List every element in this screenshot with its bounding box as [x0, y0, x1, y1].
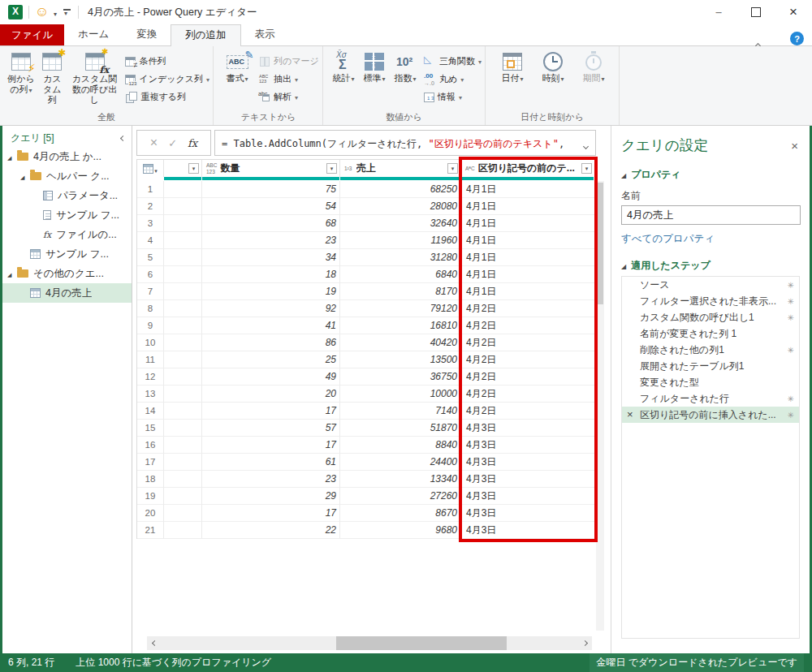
close-pane-icon[interactable] — [791, 139, 798, 153]
table-row[interactable]: 19 29 27260 4月3日 — [137, 488, 595, 505]
cell-text-before-delimiter[interactable]: 4月3日 — [461, 471, 595, 488]
column-header[interactable] — [164, 160, 202, 177]
cell-blank[interactable] — [164, 420, 202, 437]
cell-blank[interactable] — [164, 403, 202, 420]
applied-step[interactable]: カスタム関数の呼び出し1 — [622, 309, 799, 325]
cell-sales[interactable]: 27260 — [340, 488, 461, 505]
cell-text-before-delimiter[interactable]: 4月2日 — [461, 300, 595, 317]
tab-view[interactable]: 表示 — [241, 24, 289, 45]
scroll-right-icon[interactable] — [577, 641, 592, 645]
table-row[interactable]: 17 61 24400 4月3日 — [137, 454, 595, 471]
column-header[interactable]: ABC 123 数量 — [202, 160, 340, 177]
table-row[interactable]: 5 34 31280 4月1日 — [137, 249, 595, 266]
cell-blank[interactable] — [164, 437, 202, 454]
table-row[interactable]: 21 22 9680 4月3日 — [137, 522, 595, 539]
filter-icon[interactable] — [447, 163, 458, 174]
cell-text-before-delimiter[interactable]: 4月3日 — [461, 522, 595, 539]
row-number[interactable]: 15 — [137, 420, 164, 437]
cell-blank[interactable] — [164, 522, 202, 539]
cell-sales[interactable]: 24400 — [340, 454, 461, 471]
table-row[interactable]: 3 68 32640 4月1日 — [137, 215, 595, 232]
formula-expand-icon[interactable] — [584, 140, 588, 151]
all-properties-link[interactable]: すべてのプロパティ — [621, 232, 800, 246]
filter-icon[interactable] — [188, 163, 199, 174]
query-item[interactable]: ファイルの... — [2, 225, 132, 244]
parse-button[interactable]: 解析 — [258, 88, 319, 106]
query-item[interactable]: その他のクエ... — [2, 264, 132, 283]
cell-blank[interactable] — [164, 300, 202, 317]
maximize-button[interactable] — [737, 0, 775, 24]
table-row[interactable]: 8 92 79120 4月2日 — [137, 300, 595, 317]
query-item[interactable]: 4月の売上 か... — [2, 147, 132, 166]
row-number[interactable]: 12 — [137, 368, 164, 386]
cell-blank[interactable] — [164, 471, 202, 488]
table-row[interactable]: 2 54 28080 4月1日 — [137, 198, 595, 215]
table-select-all-button[interactable] — [137, 160, 164, 177]
row-number[interactable]: 7 — [137, 283, 164, 300]
applied-step[interactable]: 変更された型 — [622, 374, 799, 390]
cell-sales[interactable]: 6840 — [340, 266, 461, 283]
cell-quantity[interactable]: 61 — [202, 454, 340, 471]
row-number[interactable]: 6 — [137, 266, 164, 283]
horizontal-scrollbar-track[interactable] — [162, 636, 577, 650]
cell-quantity[interactable]: 34 — [202, 249, 340, 266]
cell-sales[interactable]: 8840 — [340, 437, 461, 454]
row-number[interactable]: 11 — [137, 351, 164, 368]
cell-quantity[interactable]: 41 — [202, 317, 340, 334]
help-icon[interactable]: ? — [790, 32, 804, 45]
cell-sales[interactable]: 40420 — [340, 334, 461, 351]
cell-sales[interactable]: 36750 — [340, 368, 461, 386]
cell-sales[interactable]: 32640 — [340, 215, 461, 232]
row-number[interactable]: 5 — [137, 249, 164, 266]
horizontal-scrollbar[interactable] — [147, 636, 592, 650]
row-number[interactable]: 18 — [137, 471, 164, 488]
table-row[interactable]: 12 49 36750 4月2日 — [137, 368, 595, 386]
expand-arrow-icon[interactable] — [7, 151, 17, 162]
column-header[interactable]: AᴮC 区切り記号の前のテ... — [461, 160, 595, 177]
cell-blank[interactable] — [164, 198, 202, 215]
cell-quantity[interactable]: 17 — [202, 403, 340, 420]
cell-quantity[interactable]: 22 — [202, 522, 340, 539]
format-button[interactable]: 書式 — [219, 49, 255, 84]
tab-home[interactable]: ホーム — [64, 24, 123, 45]
filter-icon[interactable] — [326, 163, 337, 174]
properties-section-header[interactable]: プロパティ — [621, 168, 800, 182]
query-item[interactable]: ヘルパー ク... — [2, 166, 132, 186]
cell-blank[interactable] — [164, 215, 202, 232]
cell-quantity[interactable]: 18 — [202, 266, 340, 283]
applied-step[interactable]: フィルターされた行 — [622, 390, 799, 407]
custom-column-button[interactable]: カスタム列 — [37, 49, 67, 106]
query-name-input[interactable] — [621, 205, 801, 225]
row-number[interactable]: 4 — [137, 232, 164, 249]
query-item[interactable]: サンプル フ... — [2, 205, 132, 225]
time-button[interactable]: 時刻 — [536, 49, 570, 84]
table-row[interactable]: 18 23 13340 4月3日 — [137, 471, 595, 488]
fx-icon[interactable]: fx — [188, 137, 197, 149]
row-number[interactable]: 17 — [137, 454, 164, 471]
row-number[interactable]: 3 — [137, 215, 164, 232]
scientific-button[interactable]: 指数 — [390, 49, 421, 84]
applied-step[interactable]: 名前が変更された列 1 — [622, 325, 799, 342]
cell-text-before-delimiter[interactable]: 4月3日 — [461, 505, 595, 522]
column-header[interactable]: 1²3 売上 — [340, 160, 461, 177]
information-button[interactable]: 情報 — [424, 88, 482, 106]
vertical-scrollbar[interactable] — [596, 181, 604, 631]
cell-quantity[interactable]: 25 — [202, 351, 340, 368]
cell-quantity[interactable]: 49 — [202, 368, 340, 386]
status-profiling-info[interactable]: 上位 1000 行に基づく列のプロファイリング — [76, 656, 271, 670]
vertical-scrollbar-thumb[interactable] — [597, 183, 603, 304]
commit-icon[interactable] — [168, 137, 177, 149]
cell-text-before-delimiter[interactable]: 4月1日 — [461, 249, 595, 266]
cell-sales[interactable]: 8670 — [340, 505, 461, 522]
standard-button[interactable]: 標準 — [359, 49, 390, 84]
tab-transform[interactable]: 変換 — [123, 24, 171, 45]
query-item[interactable]: パラメータ... — [2, 186, 132, 205]
cell-text-before-delimiter[interactable]: 4月2日 — [461, 368, 595, 386]
row-number[interactable]: 16 — [137, 437, 164, 454]
cell-text-before-delimiter[interactable]: 4月3日 — [461, 454, 595, 471]
index-column-button[interactable]: インデックス列 — [125, 70, 209, 88]
applied-step[interactable]: 展開されたテーブル列1 — [622, 358, 799, 374]
tab-add-column[interactable]: 列の追加 — [171, 24, 240, 46]
cell-text-before-delimiter[interactable]: 4月2日 — [461, 334, 595, 351]
cell-blank[interactable] — [164, 334, 202, 351]
